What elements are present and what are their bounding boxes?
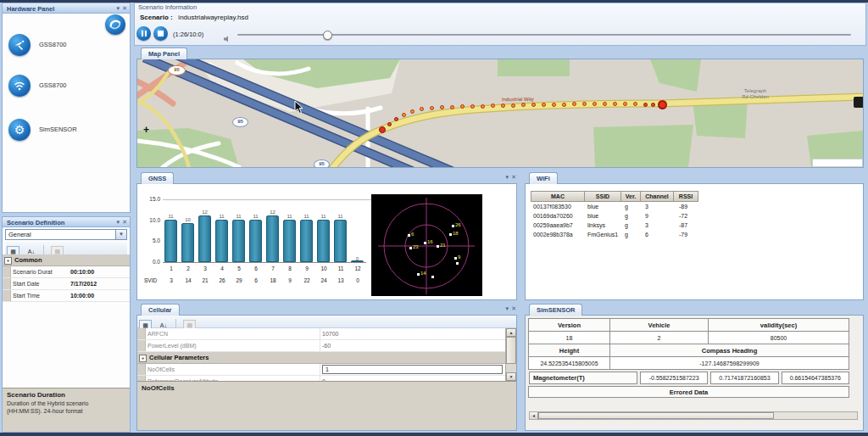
tab-cellular[interactable]: Cellular <box>141 304 180 316</box>
property-category-common[interactable]: +Common <box>3 254 130 266</box>
scrollbar-thumb[interactable] <box>538 412 774 419</box>
close-icon[interactable]: ✕ <box>511 305 516 311</box>
wifi-cell: 00137f083530 <box>531 202 585 211</box>
channel-number: 11 <box>332 266 349 271</box>
wifi-table-row[interactable]: 00137f083530blueg3-89 <box>531 202 702 211</box>
hardware-item[interactable]: ⚙SimSENSOR <box>8 119 130 141</box>
route-dot <box>450 105 454 109</box>
map-base-layer <box>137 59 863 167</box>
route-dot <box>501 103 505 108</box>
tab-wifi[interactable]: WiFi <box>529 172 558 184</box>
wifi-table-row[interactable]: 0002e98b378aFmGenius1g6-79 <box>531 230 702 239</box>
property-row[interactable]: Start Time10:00:00 <box>3 290 130 302</box>
satellite-dish-icon <box>8 34 31 56</box>
y-axis-tick: 0.0 <box>144 259 160 265</box>
map-zoom-plus[interactable]: + <box>143 124 149 136</box>
wifi-cell: 9 <box>643 211 676 221</box>
expand-icon[interactable]: + <box>4 257 12 265</box>
satellite-dot <box>424 242 426 244</box>
close-icon[interactable]: ✕ <box>122 5 127 11</box>
header-magnetometer: Magnetometer(T) <box>529 372 637 384</box>
property-row[interactable]: Start Date7/17/2012 <box>3 278 130 290</box>
header-errored-data: Errored Data <box>528 386 849 398</box>
gnss-bar-value: 11 <box>248 214 264 219</box>
route-dot <box>603 102 607 106</box>
property-row[interactable]: PowerLevel (dBM)-60 <box>137 340 505 352</box>
wifi-cell: 00169da70260 <box>531 211 585 221</box>
noofcells-field[interactable]: 1 <box>322 365 503 374</box>
row-gutter <box>3 278 11 289</box>
channel-number: 10 <box>315 266 332 271</box>
application-window: { "hardware_panel": { "title": "Hardware… <box>0 0 868 436</box>
satellite-id-label: 18 <box>453 231 459 236</box>
property-row[interactable]: Scenario Durat00:10:00 <box>3 266 130 278</box>
vertical-scrollbar[interactable]: ▲ ▼ <box>505 328 516 381</box>
route-dot <box>420 107 424 111</box>
tab-gnss[interactable]: GNSS <box>141 172 174 184</box>
property-category-cellular-parameters[interactable]: +Cellular Parameters <box>137 352 505 364</box>
scenario-information-panel: Scenario Information Scenario : industri… <box>134 3 866 46</box>
satellite-id-label: 16 <box>427 239 433 244</box>
scroll-left-icon[interactable]: ◄ <box>530 412 538 419</box>
scroll-up-icon[interactable]: ▲ <box>506 328 516 337</box>
category-select[interactable]: General ▼ <box>5 229 127 240</box>
horizontal-scrollbar[interactable]: ◄ <box>529 411 858 420</box>
stop-button[interactable] <box>153 26 168 41</box>
wifi-column-header[interactable]: MAC <box>531 191 585 202</box>
satellite-id-label: 26 <box>455 222 461 227</box>
tab-simsensor[interactable]: SimSENSOR <box>529 304 582 316</box>
wifi-column-header[interactable]: Ver. <box>620 191 641 202</box>
wifi-column-header[interactable]: RSSI <box>673 191 698 202</box>
playback-slider-handle[interactable] <box>323 31 332 40</box>
satellite-dot <box>431 276 434 278</box>
gnss-bar <box>266 215 279 262</box>
property-row[interactable]: ARFCN10700 <box>137 328 505 340</box>
cellular-panel: Cellular ▾✕ ▦ A↓ ▤ ARFCN10700PowerLevel … <box>134 304 520 433</box>
channel-number: 1 <box>163 266 180 271</box>
svid-number: 6 <box>248 277 264 283</box>
gnss-bar <box>317 220 330 262</box>
map-marker-icon[interactable] <box>854 97 864 108</box>
map-canvas[interactable]: 95 95 95 Industrial Way Telegraph Rd Che… <box>136 59 864 168</box>
hardware-item[interactable]: GSS8700 <box>8 34 130 56</box>
wifi-column-header[interactable]: SSID <box>584 191 621 202</box>
panel-menu-icon[interactable]: ▾ <box>506 305 509 311</box>
gnss-bar <box>215 220 228 262</box>
description-title: NoOfCells <box>142 384 512 392</box>
svid-number: 26 <box>214 277 231 283</box>
wifi-table-row[interactable]: 00259aaea9b7linksysg3-87 <box>531 221 702 230</box>
satellite-dot <box>452 225 454 227</box>
property-row[interactable]: NoOfCells1 <box>137 364 505 376</box>
route-dot <box>643 103 648 107</box>
pause-button[interactable] <box>136 26 151 41</box>
cellular-property-grid: ARFCN10700PowerLevel (dBM)-60+Cellular P… <box>137 328 505 381</box>
svid-number: 24 <box>315 277 332 283</box>
playback-time: (1:26/10:0) <box>173 31 203 38</box>
tab-map-panel[interactable]: Map Panel <box>141 48 187 59</box>
close-icon[interactable]: ✕ <box>122 219 127 225</box>
hardware-item[interactable]: GSS8700 <box>8 75 130 97</box>
wifi-table-row[interactable]: 00169da70260blueg9-72 <box>531 211 702 221</box>
route-dot <box>440 105 444 109</box>
playback-slider[interactable] <box>237 34 851 36</box>
wifi-cell: -89 <box>676 202 702 211</box>
scroll-down-icon[interactable]: ▼ <box>506 372 516 381</box>
route-shield-ramp: 95 <box>168 65 186 75</box>
wifi-cell: -87 <box>676 221 702 230</box>
route-dot <box>379 126 386 133</box>
current-position-dot <box>658 100 667 109</box>
wifi-column-header[interactable]: Channel <box>640 191 674 202</box>
route-dot <box>402 113 406 117</box>
wifi-panel: WiFi MACSSIDVer.ChannelRSSI 00137f083530… <box>522 172 866 302</box>
panel-menu-icon[interactable]: ▾ <box>117 219 120 225</box>
speaker-icon <box>224 31 231 46</box>
close-icon[interactable]: ✕ <box>511 174 516 180</box>
header-compass-heading: Compass Heading <box>609 344 849 357</box>
scrollbar-thumb[interactable] <box>506 337 516 364</box>
panel-menu-icon[interactable]: ▾ <box>117 5 120 11</box>
gnss-bar-value: 11 <box>163 214 179 219</box>
row-gutter <box>3 290 11 301</box>
expand-icon[interactable]: + <box>139 355 147 362</box>
chevron-down-icon[interactable]: ▼ <box>115 230 126 239</box>
panel-menu-icon[interactable]: ▾ <box>506 174 509 180</box>
